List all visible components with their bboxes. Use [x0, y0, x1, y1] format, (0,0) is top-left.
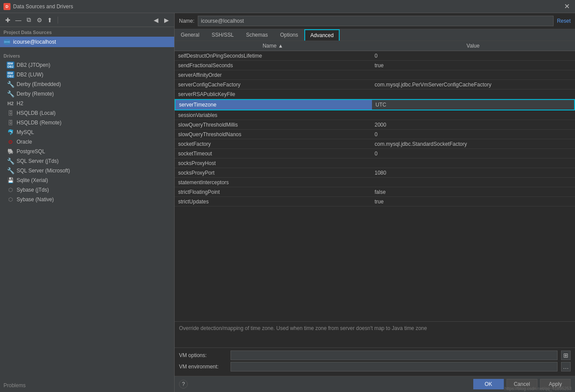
- driver-item[interactable]: 🔧 Derby (Remote): [0, 89, 174, 99]
- name-input[interactable]: [198, 16, 553, 26]
- table-row[interactable]: strictUpdatestrue: [175, 197, 575, 206]
- table-row[interactable]: serverRSAPublicKeyFile: [175, 89, 575, 99]
- cell-value: com.mysql.jdbc.StandardSocketFactory: [371, 139, 575, 148]
- driver-item[interactable]: 🔧 SQL Server (jTds): [0, 156, 174, 166]
- driver-item[interactable]: IBMDB2 DB2 (JTOpen): [0, 60, 174, 70]
- cell-name: socksProxyHost: [175, 158, 371, 168]
- app-icon: D: [3, 3, 10, 10]
- table-row[interactable]: slowQueryThresholdMillis2000: [175, 120, 575, 130]
- table-row[interactable]: socksProxyHost: [175, 158, 575, 168]
- driver-icon: ⬡: [7, 196, 14, 203]
- driver-label: Sybase (jTds): [17, 187, 49, 193]
- vm-environment-button[interactable]: …: [561, 362, 571, 371]
- vm-options-button[interactable]: ⊞: [561, 351, 571, 360]
- vm-options-label: VM options:: [179, 352, 227, 358]
- vm-environment-input[interactable]: [231, 362, 558, 371]
- close-button[interactable]: ✕: [562, 2, 572, 10]
- tab-options[interactable]: Options: [274, 29, 304, 41]
- tab-schemas[interactable]: Schemas: [240, 29, 274, 41]
- drivers-section: Drivers IBMDB2 DB2 (JTOpen) IBMDB2 DB2 (…: [0, 51, 174, 204]
- cell-value: [371, 178, 575, 187]
- table-row[interactable]: socketFactorycom.mysql.jdbc.StandardSock…: [175, 139, 575, 149]
- ok-button[interactable]: OK: [473, 379, 504, 389]
- vm-environment-row: VM environment: …: [179, 362, 571, 371]
- cell-name: slowQueryThresholdMillis: [175, 120, 371, 129]
- driver-icon: 🔧: [7, 90, 14, 97]
- remove-button[interactable]: —: [14, 16, 23, 24]
- url-watermark: https://blog.csdn.net/qq_41895253: [505, 386, 572, 391]
- cell-name: socketFactory: [175, 139, 371, 148]
- table-row[interactable]: socksProxyPort1080: [175, 168, 575, 178]
- settings-button[interactable]: ⚙: [35, 16, 44, 24]
- driver-item[interactable]: IBMDB2 DB2 (LUW): [0, 70, 174, 79]
- cell-value: 2000: [371, 120, 575, 129]
- driver-icon: 🐘: [7, 148, 14, 155]
- driver-item[interactable]: ⬡ Sybase (jTds): [0, 185, 174, 195]
- back-button[interactable]: ◀: [151, 16, 160, 24]
- driver-item[interactable]: 🔧 SQL Server (Microsoft): [0, 166, 174, 175]
- cell-name: sendFractionalSeconds: [175, 61, 371, 70]
- driver-item[interactable]: 🗄 HSQLDB (Local): [0, 108, 174, 118]
- export-button[interactable]: ⬆: [45, 16, 54, 24]
- driver-label: MySQL: [17, 129, 34, 135]
- cell-value[interactable]: [372, 100, 574, 110]
- vm-options-input[interactable]: [231, 351, 558, 360]
- help-button[interactable]: ?: [179, 380, 188, 389]
- cell-value-input[interactable]: [372, 100, 574, 110]
- cell-value: com.mysql.jdbc.PerVmServerConfigCacheFac…: [371, 80, 575, 89]
- datasource-icon: [3, 38, 10, 45]
- tab-advanced[interactable]: Advanced: [304, 29, 340, 41]
- cell-name: strictFloatingPoint: [175, 187, 371, 196]
- driver-label: Sybase (Native): [17, 196, 54, 203]
- cell-value: true: [371, 197, 575, 206]
- table-row[interactable]: serverConfigCacheFactorycom.mysql.jdbc.P…: [175, 80, 575, 89]
- datasource-label: icourse@localhost: [13, 39, 56, 45]
- driver-label: HSQLDB (Local): [17, 110, 55, 116]
- driver-label: PostgreSQL: [17, 148, 45, 155]
- driver-item[interactable]: 🗄 HSQLDB (Remote): [0, 118, 174, 127]
- driver-icon: 🐬: [7, 129, 14, 136]
- cell-value: 1080: [371, 168, 575, 177]
- table-row[interactable]: strictFloatingPointfalse: [175, 187, 575, 197]
- cell-name: serverRSAPublicKeyFile: [175, 89, 371, 99]
- driver-item[interactable]: ⬡ Sybase (Native): [0, 195, 174, 204]
- table-row[interactable]: sendFractionalSecondstrue: [175, 61, 575, 70]
- toolbar-separator: [58, 17, 58, 24]
- table-row[interactable]: statementInterceptors: [175, 178, 575, 187]
- driver-item[interactable]: H2 H2: [0, 99, 174, 108]
- table-row[interactable]: slowQueryThresholdNanos0: [175, 130, 575, 139]
- table-row[interactable]: socketTimeout0: [175, 149, 575, 158]
- table-row[interactable]: serverTimezone: [175, 99, 575, 110]
- reset-link[interactable]: Reset: [557, 18, 571, 24]
- driver-label: Oracle: [17, 139, 32, 145]
- title-bar-text: Data Sources and Drivers: [13, 3, 562, 10]
- add-button[interactable]: ✚: [3, 16, 12, 24]
- driver-icon: 🔧: [7, 167, 14, 174]
- datasource-item[interactable]: icourse@localhost: [0, 37, 174, 47]
- driver-item[interactable]: 💾 Sqlite (Xerial): [0, 175, 174, 185]
- table-row[interactable]: serverAffinityOrder: [175, 70, 575, 80]
- table-row[interactable]: selfDestructOnPingSecondsLifetime0: [175, 51, 575, 61]
- table-header: Name ▲ Value: [175, 41, 575, 51]
- driver-icon: IBMDB2: [7, 71, 14, 78]
- cell-name: slowQueryThresholdNanos: [175, 130, 371, 139]
- driver-icon: 💾: [7, 177, 14, 184]
- driver-item[interactable]: 🔧 Derby (Embedded): [0, 79, 174, 89]
- cell-name: serverConfigCacheFactory: [175, 80, 371, 89]
- table-row[interactable]: sessionVariables: [175, 110, 575, 120]
- driver-item[interactable]: 🐘 PostgreSQL: [0, 147, 174, 156]
- copy-button[interactable]: ⧉: [24, 16, 33, 24]
- driver-icon: 🗄: [7, 119, 14, 126]
- table-area: Name ▲ Value selfDestructOnPingSecondsLi…: [175, 41, 575, 321]
- driver-item[interactable]: 🐬 MySQL: [0, 127, 174, 137]
- tab-general[interactable]: General: [175, 29, 206, 41]
- tab-sshssl[interactable]: SSH/SSL: [206, 29, 240, 41]
- cell-name: strictUpdates: [175, 197, 371, 206]
- vm-options-row: VM options: ⊞: [179, 351, 571, 360]
- column-header-value: Value: [371, 41, 575, 51]
- name-label: Name:: [179, 18, 194, 24]
- driver-label: H2: [17, 100, 23, 107]
- cell-value: [371, 110, 575, 120]
- driver-item[interactable]: ⊙ Oracle: [0, 137, 174, 147]
- forward-button[interactable]: ▶: [162, 16, 171, 24]
